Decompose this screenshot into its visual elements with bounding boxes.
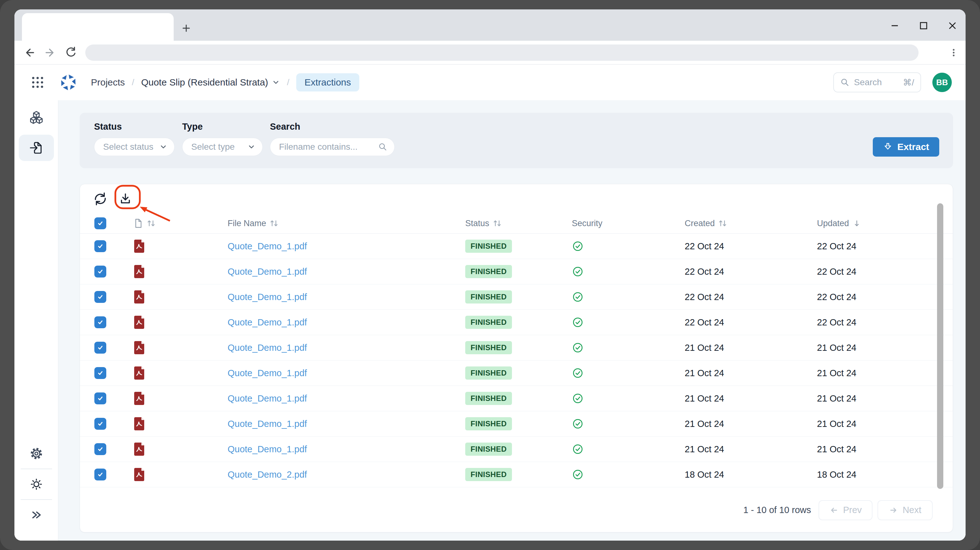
- row-filename-cell: Quote_Demo_1.pdf: [228, 444, 465, 455]
- row-select-cell: [80, 342, 121, 353]
- row-checkbox[interactable]: [94, 291, 106, 303]
- file-link[interactable]: Quote_Demo_1.pdf: [228, 342, 307, 353]
- table-scrollbar-thumb[interactable]: [937, 203, 943, 489]
- download-button[interactable]: [118, 191, 133, 207]
- extract-arrow-icon: [883, 142, 893, 152]
- security-check-icon: [572, 443, 584, 455]
- pagination-bar: 1 - 10 of 10 rows Prev Next: [80, 487, 953, 533]
- created-date: 22 Oct 24: [685, 317, 724, 328]
- reload-button[interactable]: [64, 46, 78, 60]
- row-checkbox[interactable]: [94, 443, 106, 455]
- row-checkbox[interactable]: [94, 367, 106, 379]
- pagination-summary: 1 - 10 of 10 rows: [743, 505, 811, 515]
- forward-icon: [43, 46, 57, 60]
- table-row: Quote_Demo_1.pdf FINISHED 22 Oct 24 22 O…: [80, 284, 953, 310]
- address-bar[interactable]: [85, 44, 918, 61]
- prev-page-button[interactable]: Prev: [819, 500, 872, 520]
- forward-button[interactable]: [43, 46, 57, 60]
- file-link[interactable]: Quote_Demo_1.pdf: [228, 393, 307, 404]
- file-link[interactable]: Quote_Demo_1.pdf: [228, 266, 307, 277]
- column-header-updated[interactable]: Updated: [811, 219, 953, 228]
- breadcrumb-projects[interactable]: Projects: [91, 77, 125, 88]
- app-grid-button[interactable]: [30, 75, 45, 90]
- filename-search-input[interactable]: [279, 142, 378, 152]
- column-header-created[interactable]: Created: [678, 219, 811, 228]
- window-minimize-button[interactable]: [888, 19, 902, 33]
- status-badge: FINISHED: [465, 341, 512, 354]
- sidebar-item-extractions[interactable]: [19, 135, 54, 161]
- row-created-cell: 22 Oct 24: [678, 317, 811, 328]
- updated-date: 21 Oct 24: [817, 419, 856, 429]
- row-filetype-cell: [121, 239, 158, 254]
- extract-button[interactable]: Extract: [873, 137, 939, 157]
- row-status-cell: FINISHED: [465, 417, 572, 430]
- row-checkbox[interactable]: [94, 469, 106, 480]
- sidebar-item-models[interactable]: [28, 109, 45, 127]
- column-header-status[interactable]: Status: [465, 219, 572, 228]
- check-icon: [97, 243, 104, 250]
- column-header-filetype[interactable]: [121, 218, 228, 228]
- pdf-file-icon: [133, 391, 146, 406]
- updated-date: 22 Oct 24: [817, 241, 856, 252]
- pdf-file-icon: [133, 417, 146, 431]
- row-checkbox[interactable]: [94, 418, 106, 430]
- next-page-button[interactable]: Next: [878, 500, 933, 520]
- column-header-security[interactable]: Security: [572, 219, 678, 228]
- avatar[interactable]: BB: [932, 73, 952, 92]
- window-close-button[interactable]: [945, 19, 959, 33]
- browser-menu-button[interactable]: [947, 46, 961, 60]
- row-status-cell: FINISHED: [465, 341, 572, 354]
- back-button[interactable]: [22, 46, 37, 60]
- security-check-icon: [572, 418, 584, 430]
- sidebar-expand-button[interactable]: [28, 506, 45, 524]
- file-link[interactable]: Quote_Demo_1.pdf: [228, 292, 307, 302]
- app-logo[interactable]: [59, 73, 78, 92]
- file-link[interactable]: Quote_Demo_1.pdf: [228, 368, 307, 378]
- file-link[interactable]: Quote_Demo_2.pdf: [228, 469, 307, 480]
- browser-tab-active[interactable]: [22, 13, 174, 41]
- created-date: 21 Oct 24: [685, 393, 724, 404]
- refresh-button[interactable]: [92, 191, 108, 207]
- file-link[interactable]: Quote_Demo_1.pdf: [228, 419, 307, 429]
- settings-button[interactable]: [28, 445, 45, 462]
- row-created-cell: 21 Oct 24: [678, 444, 811, 455]
- check-icon: [97, 446, 104, 453]
- security-check-icon: [572, 316, 584, 328]
- row-created-cell: 21 Oct 24: [678, 393, 811, 404]
- row-created-cell: 22 Oct 24: [678, 292, 811, 302]
- row-status-cell: FINISHED: [465, 442, 572, 456]
- pdf-file-icon: [133, 467, 146, 482]
- select-all-checkbox[interactable]: [94, 217, 106, 229]
- status-select[interactable]: Select status: [94, 138, 175, 156]
- row-security-cell: [572, 367, 678, 379]
- theme-toggle-button[interactable]: [28, 476, 45, 493]
- created-date: 21 Oct 24: [685, 419, 724, 429]
- created-date: 22 Oct 24: [685, 266, 724, 277]
- window-maximize-button[interactable]: [917, 19, 931, 33]
- row-created-cell: 22 Oct 24: [678, 266, 811, 277]
- breadcrumb-project-dropdown[interactable]: Quote Slip (Residential Strata): [141, 77, 280, 88]
- row-security-cell: [572, 266, 678, 277]
- row-security-cell: [572, 291, 678, 303]
- chevrons-right-icon: [29, 507, 44, 522]
- breadcrumb-extractions-chip[interactable]: Extractions: [296, 73, 359, 92]
- row-created-cell: 21 Oct 24: [678, 419, 811, 429]
- global-search[interactable]: Search ⌘/: [833, 72, 921, 92]
- row-status-cell: FINISHED: [465, 366, 572, 380]
- file-link[interactable]: Quote_Demo_1.pdf: [228, 444, 307, 455]
- row-checkbox[interactable]: [94, 266, 106, 277]
- row-updated-cell: 21 Oct 24: [811, 342, 953, 353]
- new-tab-button[interactable]: [180, 22, 192, 35]
- kebab-icon: [947, 46, 961, 60]
- type-select[interactable]: Select type: [182, 138, 263, 156]
- app-header: Projects / Quote Slip (Residential Strat…: [14, 65, 966, 100]
- row-checkbox[interactable]: [94, 393, 106, 404]
- row-checkbox[interactable]: [94, 240, 106, 252]
- breadcrumb: Projects / Quote Slip (Residential Strat…: [91, 73, 359, 92]
- row-checkbox[interactable]: [94, 316, 106, 328]
- aperture-logo-icon: [59, 73, 78, 92]
- file-link[interactable]: Quote_Demo_1.pdf: [228, 241, 307, 252]
- column-header-filename[interactable]: File Name: [228, 219, 465, 228]
- row-checkbox[interactable]: [94, 342, 106, 353]
- file-link[interactable]: Quote_Demo_1.pdf: [228, 317, 307, 328]
